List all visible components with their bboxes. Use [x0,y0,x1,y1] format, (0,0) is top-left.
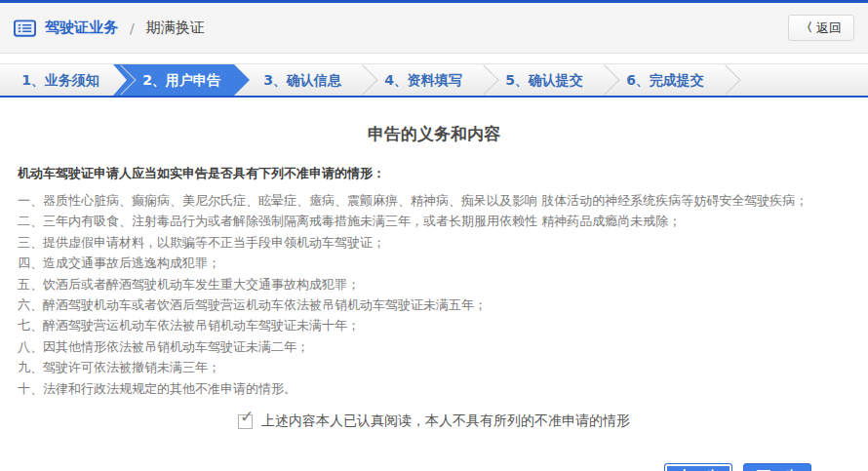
agreement-label[interactable]: 上述内容本人已认真阅读，本人不具有所列的不准申请的情形 [261,412,630,430]
step-3-confirm-info: 3、确认信息 [242,64,363,96]
back-button-label: 返回 [816,20,842,37]
agreement-checkbox[interactable]: ✓ [238,414,253,429]
stepbar-tail [726,64,868,96]
step-6-finish-submit: 6、完成提交 [605,64,726,96]
declaration-item: 九、驾驶许可依法被撤销未满三年； [18,357,850,377]
breadcrumb: 驾驶证业务 / 期满换证 [14,19,205,37]
declaration-item: 一、器质性心脏病、癫痫病、美尼尔氏症、眩晕症、癔病、震颤麻痹、精神病、痴呆以及影… [18,190,850,211]
footer-actions: 上一步 下一步 [0,463,868,471]
next-step-button[interactable]: 下一步 [743,463,811,471]
declaration-intro: 机动车驾驶证申请人应当如实申告是否具有下列不准申请的情形： [18,164,850,183]
breadcrumb-current: 期满换证 [146,19,205,37]
step-wizard: 1、业务须知 2、用户申告 3、确认信息 4、资料填写 5、确认提交 6、完成提… [0,63,868,98]
page-title: 申告的义务和内容 [0,123,868,145]
step-5-confirm-submit: 5、确认提交 [484,64,605,96]
step-4-fill-materials: 4、资料填写 [363,64,484,96]
declaration-item: 二、三年内有吸食、注射毒品行为或者解除强制隔离戒毒措施未满三年，或者长期服用依赖… [18,211,850,231]
breadcrumb-root[interactable]: 驾驶证业务 [45,19,118,37]
agreement-row: ✓ 上述内容本人已认真阅读，本人不具有所列的不准申请的情形 [0,412,868,430]
step-1-business-notice: 1、业务须知 [0,64,121,96]
declaration-item: 八、因其他情形依法被吊销机动车驾驶证未满二年； [18,336,850,357]
declaration-content: 机动车驾驶证申请人应当如实申告是否具有下列不准申请的情形： 一、器质性心脏病、癫… [0,164,868,399]
declaration-item: 六、醉酒驾驶机动车或者饮酒后驾驶营运机动车依法被吊销机动车驾驶证未满五年； [18,294,850,315]
page-header: 驾驶证业务 / 期满换证 〈 返回 [0,3,868,54]
back-button[interactable]: 〈 返回 [788,15,854,41]
breadcrumb-separator: / [130,20,135,36]
declaration-item: 三、提供虚假申请材料，以欺骗等不正当手段申领机动车驾驶证； [18,232,850,253]
declaration-item: 七、醉酒驾驶营运机动车依法被吊销机动车驾驶证未满十年； [18,315,850,335]
document-list-icon [14,20,36,37]
declaration-item: 四、造成交通事故后逃逸构成犯罪； [18,253,850,273]
declaration-item: 十、法律和行政法规规定的其他不准申请的情形。 [18,378,850,399]
declaration-item: 五、饮酒后或者醉酒驾驶机动车发生重大交通事故构成犯罪； [18,274,850,294]
checkmark-icon: ✓ [240,409,254,425]
back-chevron-icon: 〈 [801,20,812,36]
declaration-list: 一、器质性心脏病、癫痫病、美尼尔氏症、眩晕症、癔病、震颤麻痹、精神病、痴呆以及影… [18,190,850,399]
previous-step-button[interactable]: 上一步 [664,463,732,471]
